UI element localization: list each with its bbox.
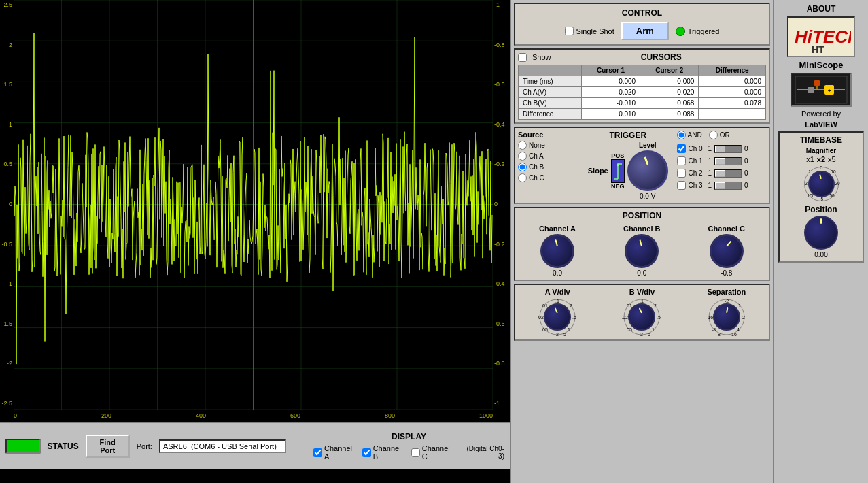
svg-text:16: 16 xyxy=(731,332,737,337)
ch2-checkbox[interactable] xyxy=(677,169,686,178)
channel-a-label: Channel A xyxy=(324,444,355,461)
y-axis-left: 2.5 2 1.5 1 0.5 0 -0.5 -1 -1.5 -2 -2.5 xyxy=(0,0,14,408)
and-option: AND xyxy=(677,131,702,139)
level-label: Level xyxy=(639,141,657,149)
cursor-chb-diff: 0.078 xyxy=(699,98,766,109)
slope-display xyxy=(611,159,625,183)
and-radio[interactable] xyxy=(677,131,686,139)
svg-text:.2: .2 xyxy=(568,303,572,308)
svg-text:2: 2 xyxy=(805,181,808,186)
vdiv-a-dial: .1 .2 .5 1 2 .05 .02 .01 5 xyxy=(538,297,577,337)
svg-text:.1: .1 xyxy=(640,299,644,303)
position-channel-c: Channel C -0.8 xyxy=(708,224,745,277)
vdiv-sep-knob[interactable] xyxy=(713,303,740,331)
cursor-chb-c1: -0.010 xyxy=(582,98,640,109)
or-radio[interactable] xyxy=(709,131,718,139)
pos-cha-knob[interactable] xyxy=(540,234,574,268)
svg-text:.2: .2 xyxy=(653,303,657,308)
pos-chb-knob[interactable] xyxy=(625,234,659,268)
vdiv-a-knob[interactable] xyxy=(544,303,571,331)
slope-control: Slope POS NEG xyxy=(588,141,668,200)
knob-indicator xyxy=(644,156,648,165)
slope-svg xyxy=(612,161,623,180)
labview-label: LabVIEW xyxy=(805,120,837,129)
knob-indicator xyxy=(555,307,558,313)
single-shot-checkbox[interactable] xyxy=(565,27,574,35)
position-section: POSITION Channel A 0.0 Channel B 0.0 xyxy=(514,207,770,281)
cursors-section: Show CURSORS Cursor 1 Cursor 2 Differenc… xyxy=(514,48,770,124)
status-bar: STATUS Find Port Port: DISPLAY Channel A… xyxy=(0,422,510,469)
channel-a-checkbox[interactable] xyxy=(313,448,322,457)
ch3-slider[interactable] xyxy=(714,182,742,190)
display-channel-c: Channel C xyxy=(411,444,454,461)
tb-position-label: Position xyxy=(805,205,837,214)
svg-text:2: 2 xyxy=(556,332,559,337)
find-port-button[interactable]: Find Port xyxy=(86,435,130,458)
cursor-cha-c2: -0.020 xyxy=(640,87,699,98)
source-cha-radio[interactable] xyxy=(518,152,527,161)
channel-c-checkbox[interactable] xyxy=(411,448,420,457)
channel-b-label: Channel B xyxy=(373,444,404,461)
channel-b-checkbox[interactable] xyxy=(362,448,371,457)
status-indicator xyxy=(5,439,41,454)
scope-canvas: 2.5 2 1.5 1 0.5 0 -0.5 -1 -1.5 -2 -2.5 -… xyxy=(0,0,510,422)
svg-text:8: 8 xyxy=(718,332,721,337)
position-dial xyxy=(804,216,838,250)
ch0-checkbox[interactable] xyxy=(677,144,686,153)
mag-x5[interactable]: x5 xyxy=(828,155,836,163)
ch1-checkbox[interactable] xyxy=(677,156,686,165)
ch0-slider[interactable] xyxy=(714,145,742,153)
trigger-title: TRIGGER xyxy=(609,131,646,140)
svg-text:4: 4 xyxy=(737,327,740,332)
level-knob[interactable] xyxy=(627,150,668,191)
mag-x1[interactable]: x1 xyxy=(806,155,814,163)
timebase-section: TIMEBASE Magnifier x1 x2 x5 5 10 20 50 1… xyxy=(778,131,864,263)
ch2-slider[interactable] xyxy=(714,169,742,178)
knob-indicator xyxy=(819,174,822,179)
svg-text:1: 1 xyxy=(568,327,570,332)
source-none-radio[interactable] xyxy=(518,141,527,150)
timebase-knob[interactable] xyxy=(808,171,835,197)
svg-text:.02: .02 xyxy=(538,315,544,320)
vdiv-sep-dial: -2 1 2 4 -8 -16 16 8 xyxy=(707,297,746,337)
svg-text:20: 20 xyxy=(835,181,840,186)
mag-x2[interactable]: x2 xyxy=(817,155,825,163)
svg-text:2: 2 xyxy=(641,332,644,337)
pos-chc-label: Channel C xyxy=(708,224,745,233)
table-row: Difference 0.010 0.088 xyxy=(519,109,766,120)
svg-text:.5: .5 xyxy=(819,197,823,201)
ch3-checkbox[interactable] xyxy=(677,181,686,190)
source-cha: Ch A xyxy=(518,152,579,161)
cursor-col-label xyxy=(519,65,582,76)
vdiv-sep: Separation -2 1 2 4 -8 -16 16 8 xyxy=(707,288,746,337)
cursors-show-label: Show xyxy=(532,53,551,61)
y-axis-right: -1 -0.8 -0.6 -0.4 -0.2 0 -0.2 -0.4 -0.6 … xyxy=(493,0,510,408)
ch1-slider[interactable] xyxy=(714,157,742,165)
miniscope-label: MiniScope xyxy=(799,60,843,70)
knob-indicator xyxy=(726,307,728,313)
cursor-diff-c2: 0.088 xyxy=(640,109,699,120)
trigger-center: TRIGGER Slope POS NEG xyxy=(583,131,673,200)
source-chb-radio[interactable] xyxy=(518,163,527,171)
cursor-time-c2: 0.000 xyxy=(640,76,699,87)
arm-button[interactable]: Arm xyxy=(621,22,669,40)
tb-position-value: 0.00 xyxy=(814,251,827,259)
pos-chc-knob[interactable] xyxy=(710,234,744,268)
port-input[interactable] xyxy=(159,439,286,453)
source-chc: Ch C xyxy=(518,173,579,182)
cursors-table: Cursor 1 Cursor 2 Difference Time (ms) 0… xyxy=(518,65,766,120)
cursor-diff-diff xyxy=(699,109,766,120)
pos-cha-value: 0.0 xyxy=(553,269,562,277)
source-chc-radio[interactable] xyxy=(518,173,527,182)
svg-text:+: + xyxy=(828,88,831,94)
cursors-show-checkbox[interactable] xyxy=(518,53,527,62)
or-option: OR xyxy=(709,131,730,139)
svg-text:2: 2 xyxy=(742,315,745,320)
svg-text:1: 1 xyxy=(653,327,655,332)
cursor-chb-c2: 0.068 xyxy=(640,98,699,109)
trigger-source: Source None Ch A Ch B Ch C xyxy=(518,131,579,200)
display-title: DISPLAY xyxy=(313,432,504,442)
vdiv-a: A V/div .1 .2 .5 1 2 .05 .02 .01 5 xyxy=(538,288,577,337)
position-knob[interactable] xyxy=(804,216,838,250)
slope-label: Slope xyxy=(588,167,608,175)
